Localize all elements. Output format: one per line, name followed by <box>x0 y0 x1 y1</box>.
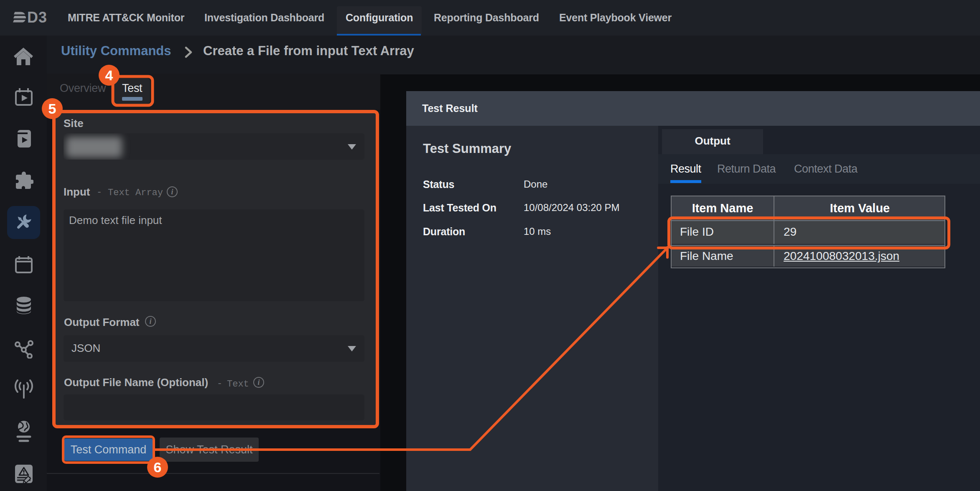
svg-text:D3: D3 <box>27 11 47 24</box>
